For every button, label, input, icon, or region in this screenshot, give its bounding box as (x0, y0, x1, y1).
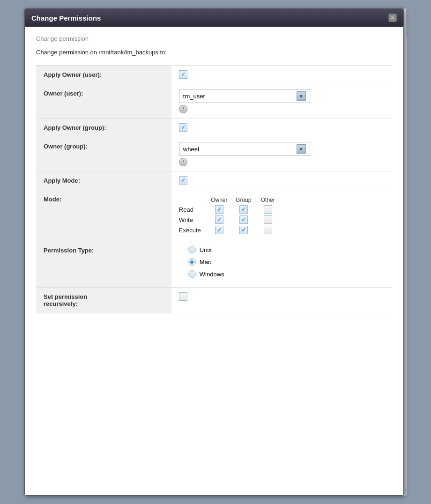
table-row: Apply Mode: (36, 171, 392, 190)
permission-type-mac-radio[interactable] (188, 258, 196, 266)
apply-owner-user-value (171, 66, 392, 84)
mode-execute-group-cell (231, 226, 256, 234)
owner-user-label: Owner (user): (36, 84, 171, 119)
mode-read-group-checkbox[interactable] (239, 205, 248, 214)
table-row: Owner (group): wheel ▼ i (36, 137, 392, 171)
mode-execute-group-checkbox[interactable] (239, 226, 248, 234)
mode-read-group-cell (231, 205, 256, 214)
mode-read-label: Read (179, 206, 207, 213)
owner-user-info-icon[interactable]: i (179, 105, 187, 113)
section-header: Change permission (36, 35, 392, 42)
owner-group-label: Owner (group): (36, 137, 171, 171)
permission-type-value: Unix Mac Windows (171, 241, 392, 288)
owner-group-select-value: wheel (183, 146, 199, 153)
permission-type-unix-radio[interactable] (188, 246, 196, 253)
owner-user-select-value: tm_user (183, 93, 205, 100)
mode-read-row: Read (179, 205, 385, 214)
table-row: Apply Owner (user): (36, 66, 392, 84)
owner-user-select[interactable]: tm_user ▼ (179, 89, 310, 103)
mode-owner-header: Owner (207, 197, 231, 203)
list-item: Unix (188, 246, 385, 253)
mode-write-group-checkbox[interactable] (239, 215, 248, 224)
apply-owner-group-label: Apply Owner (group): (36, 119, 171, 137)
list-item: Mac (188, 258, 385, 266)
dialog-title-bar: Change Permissions × (25, 9, 403, 27)
permission-type-unix-label: Unix (200, 246, 212, 253)
permission-type-mac-label: Mac (200, 259, 211, 266)
apply-mode-label: Apply Mode: (36, 171, 171, 190)
mode-write-group-cell (231, 215, 256, 224)
dialog-close-button[interactable]: × (388, 14, 397, 22)
set-recursive-label: Set permissionrecursively: (36, 288, 171, 313)
dialog-wrapper: Change Permissions × Change permission C… (24, 8, 404, 496)
change-path-text: Change permission on /mnt/tank/tm_backup… (36, 49, 392, 56)
apply-owner-user-label: Apply Owner (user): (36, 66, 171, 84)
mode-table: Owner Group Other Read (179, 197, 385, 234)
owner-user-dropdown-arrow[interactable]: ▼ (297, 91, 306, 101)
mode-label: Mode: (36, 190, 171, 241)
apply-owner-group-checkbox[interactable] (179, 123, 187, 132)
mode-group-header: Group (231, 197, 256, 203)
mode-execute-other-checkbox[interactable] (264, 226, 272, 234)
dialog-body: Change permission Change permission on /… (25, 27, 403, 495)
mode-execute-row: Execute (179, 226, 385, 234)
mode-execute-owner-checkbox[interactable] (215, 226, 223, 234)
mode-read-owner-cell (207, 205, 231, 214)
apply-owner-user-checkbox[interactable] (179, 70, 187, 79)
permission-type-list: Unix Mac Windows (179, 246, 385, 278)
permission-type-windows-radio[interactable] (188, 270, 196, 278)
owner-user-value: tm_user ▼ i (171, 84, 392, 119)
mode-write-other-checkbox[interactable] (264, 215, 272, 224)
set-recursive-value (171, 288, 392, 313)
apply-mode-value (171, 171, 392, 190)
mode-read-owner-checkbox[interactable] (215, 205, 223, 214)
mode-execute-other-cell (256, 226, 280, 234)
mode-write-row: Write (179, 215, 385, 224)
mode-read-other-checkbox[interactable] (264, 205, 272, 214)
permission-type-label: Permission Type: (36, 241, 171, 288)
table-row: Permission Type: Unix Mac (36, 241, 392, 288)
owner-group-dropdown-arrow[interactable]: ▼ (297, 144, 306, 154)
list-item: Windows (188, 270, 385, 278)
dialog-title: Change Permissions (31, 14, 101, 22)
apply-mode-checkbox[interactable] (179, 176, 187, 185)
set-recursive-checkbox[interactable] (179, 292, 187, 301)
form-table: Apply Owner (user): Owner (user): tm_use… (36, 65, 392, 313)
mode-execute-label: Execute (179, 227, 207, 234)
mode-header-row: Owner Group Other (179, 197, 385, 203)
owner-group-info-icon[interactable]: i (179, 158, 187, 166)
owner-group-value: wheel ▼ i (171, 137, 392, 171)
mode-write-owner-checkbox[interactable] (215, 215, 223, 224)
table-row: Owner (user): tm_user ▼ i (36, 84, 392, 119)
mode-read-other-cell (256, 205, 280, 214)
mode-value: Owner Group Other Read (171, 190, 392, 241)
mode-write-other-cell (256, 215, 280, 224)
permission-type-windows-label: Windows (200, 271, 224, 278)
mode-write-owner-cell (207, 215, 231, 224)
owner-group-select[interactable]: wheel ▼ (179, 142, 310, 156)
table-row: Set permissionrecursively: (36, 288, 392, 313)
apply-owner-group-value (171, 119, 392, 137)
table-row: Mode: Owner Group Other Read (36, 190, 392, 241)
mode-write-label: Write (179, 216, 207, 223)
change-permissions-dialog: Change Permissions × Change permission C… (24, 8, 404, 496)
mode-execute-owner-cell (207, 226, 231, 234)
table-row: Apply Owner (group): (36, 119, 392, 137)
mode-other-header: Other (256, 197, 280, 203)
